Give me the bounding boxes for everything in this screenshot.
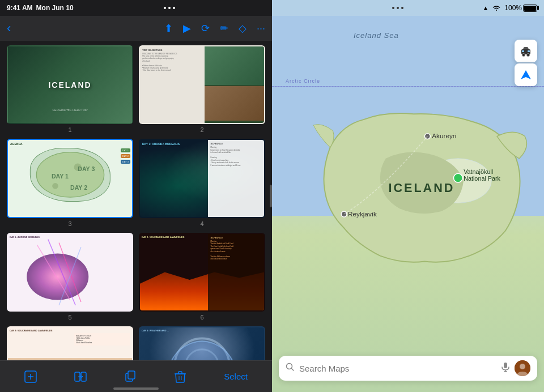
slide-item-1[interactable]: ICELAND GEOGRAPHIC FIELD TRIP 1 (7, 45, 133, 133)
svg-text:ICELAND: ICELAND (389, 181, 455, 195)
history-icon[interactable]: ⟳ (201, 22, 210, 35)
svg-rect-35 (522, 50, 524, 52)
svg-text:Akureyri: Akureyri (432, 132, 456, 139)
slide-3-title: AGENDA (10, 142, 23, 146)
car-icon (520, 45, 532, 57)
toolbar-center: ⬆ ▶ ⟳ ✏ ◇ ··· (164, 22, 265, 35)
signal-icon: ▲ (482, 5, 488, 11)
battery-percent: 100% (504, 4, 522, 12)
slide-thumb-5[interactable]: DAY 1: AURORA BOREALIS (7, 233, 133, 312)
search-icon (286, 363, 295, 374)
status-date: Mon Jun 10 (36, 4, 74, 12)
back-button[interactable]: ‹ (7, 21, 11, 36)
drive-mode-button[interactable] (515, 40, 537, 62)
slide-item-8[interactable]: DAY 3: WEATHER AND ... 8 (139, 326, 265, 360)
slide-item-4[interactable]: DAY 1: AURORA BOREALIS SCHEDULE Morning … (139, 139, 265, 227)
svg-rect-39 (504, 363, 507, 368)
wifi-icon (492, 5, 501, 11)
keynote-toolbar: ‹ ⬆ ▶ ⟳ ✏ ◇ ··· (0, 16, 272, 41)
slide-number-5: 5 (7, 314, 133, 321)
slide-3-day2: DAY 2 (121, 154, 130, 158)
play-icon[interactable]: ▶ (183, 22, 191, 35)
slide-thumb-1[interactable]: ICELAND GEOGRAPHIC FIELD TRIP (7, 45, 133, 124)
dot-3 (173, 7, 175, 9)
dot-1 (164, 7, 166, 9)
toolbar-left: ‹ (7, 21, 11, 36)
map-controls (515, 40, 537, 86)
location-button[interactable] (515, 63, 537, 86)
map-status-right: ▲ 100% (482, 4, 537, 12)
slide-number-1: 1 (7, 126, 133, 133)
slide-3-day1: DAY 1 (121, 148, 130, 152)
svg-text:Reykjavík: Reykjavík (348, 210, 377, 218)
slide-2-img-top (205, 46, 265, 85)
battery-icon (523, 5, 537, 12)
iceland-sea-label: Iceland Sea (354, 31, 399, 40)
slide-thumb-8[interactable]: DAY 3: WEATHER AND ... (139, 326, 265, 360)
svg-line-9 (59, 247, 81, 305)
more-icon[interactable]: ··· (257, 23, 265, 35)
slide-item-6[interactable]: DAY 2: VOLCANOES AND LAVA FIELDS SCHEDUL… (139, 233, 265, 321)
slide-3-day3: DAY 3 (121, 160, 130, 164)
slide-6-schedule: SCHEDULE Morning Visit the Hekla/Laki Fi… (208, 234, 264, 310)
map-dot-3 (401, 7, 403, 9)
svg-text:National Park: National Park (464, 175, 500, 182)
add-slide-button[interactable] (24, 370, 37, 383)
slide-2-right (205, 46, 265, 123)
delete-slide-button[interactable] (174, 370, 186, 383)
location-arrow-icon (520, 69, 532, 81)
share-icon[interactable]: ⬆ (164, 22, 173, 35)
home-indicator (113, 387, 159, 390)
svg-point-33 (522, 54, 525, 57)
slide-item-3[interactable]: AGENDA DAY 1 DAY 2 DAY 3 DAY 1 DAY 2 (7, 139, 133, 227)
transition-button[interactable] (74, 370, 87, 383)
svg-line-38 (292, 369, 294, 371)
user-avatar[interactable] (515, 360, 530, 376)
iceland-svg-map: ICELAND Vatnajökull National Park Reykja… (286, 59, 530, 314)
status-time: 9:41 AM (7, 4, 33, 12)
slide-3-map-shape: DAY 1 DAY 2 DAY 3 (29, 148, 110, 202)
slide-6-title: DAY 2: VOLCANOES AND LAVA FIELDS (142, 236, 184, 238)
maps-search-input[interactable] (299, 364, 496, 373)
svg-point-25 (454, 173, 463, 182)
svg-point-43 (520, 364, 525, 369)
select-button[interactable]: Select (224, 372, 248, 381)
slide-thumb-7[interactable]: DAY 2: VOLCANOES AND LAVA FIELDS AREAS O… (7, 326, 133, 360)
dot-2 (168, 7, 171, 9)
slide-1-title: ICELAND (48, 80, 91, 90)
slide-7-terrain (8, 358, 132, 360)
slide-thumb-6[interactable]: DAY 2: VOLCANOES AND LAVA FIELDS SCHEDUL… (139, 233, 265, 312)
svg-rect-19 (128, 371, 135, 379)
slide-item-5[interactable]: DAY 1: AURORA BOREALIS 5 (7, 233, 133, 321)
svg-text:DAY 3: DAY 3 (78, 165, 95, 172)
slide-number-2: 2 (139, 126, 265, 133)
slide-2-img-bottom (205, 86, 265, 121)
svg-point-1 (52, 183, 58, 189)
pen-icon[interactable]: ✏ (220, 22, 228, 35)
slide-item-2[interactable]: TRIP OBJECTIVES WELCOME TO THE LAND OF F… (139, 45, 265, 133)
svg-text:DAY 2: DAY 2 (70, 184, 87, 191)
slide-1-subtitle: GEOGRAPHIC FIELD TRIP (52, 108, 87, 112)
microphone-icon[interactable] (501, 362, 510, 374)
slide-thumb-3[interactable]: AGENDA DAY 1 DAY 2 DAY 3 DAY 1 DAY 2 (7, 139, 133, 218)
slide-item-7[interactable]: DAY 2: VOLCANOES AND LAVA FIELDS AREAS O… (7, 326, 133, 360)
maps-panel: Arctic Circle Iceland Sea ICELAND Vatnaj… (272, 0, 544, 392)
slide-4-title: DAY 1: AURORA BOREALIS (142, 142, 180, 146)
svg-point-34 (527, 54, 530, 57)
keynote-panel: 9:41 AM Mon Jun 10 ‹ ⬆ ▶ ⟳ ✏ ◇ ··· (0, 0, 272, 392)
slide-list: ICELAND GEOGRAPHIC FIELD TRIP 1 TRIP OBJ… (0, 41, 272, 360)
battery-fill (524, 6, 536, 11)
slide-4-schedule: SCHEDULE Morning Learn more on how the a… (208, 140, 264, 216)
slide-thumb-4[interactable]: DAY 1: AURORA BOREALIS SCHEDULE Morning … (139, 139, 265, 218)
map-dot-1 (392, 7, 394, 9)
map-status-bar: ▲ 100% (272, 0, 544, 16)
shape-icon[interactable]: ◇ (239, 22, 246, 35)
slide-7-text: AREAS OF STUDY:Hekla Lava FieldsEldhraun… (74, 333, 130, 346)
copy-slide-button[interactable] (124, 370, 137, 383)
slide-thumb-2[interactable]: TRIP OBJECTIVES WELCOME TO THE LAND OF F… (139, 45, 265, 124)
svg-point-30 (424, 133, 430, 139)
slide-2-left-text: WELCOME TO THE LAND OF FIRE AND ICE The … (142, 53, 202, 72)
map-dot-2 (397, 7, 399, 9)
battery-indicator: 100% (504, 4, 537, 12)
map-search-bar[interactable] (279, 356, 537, 381)
